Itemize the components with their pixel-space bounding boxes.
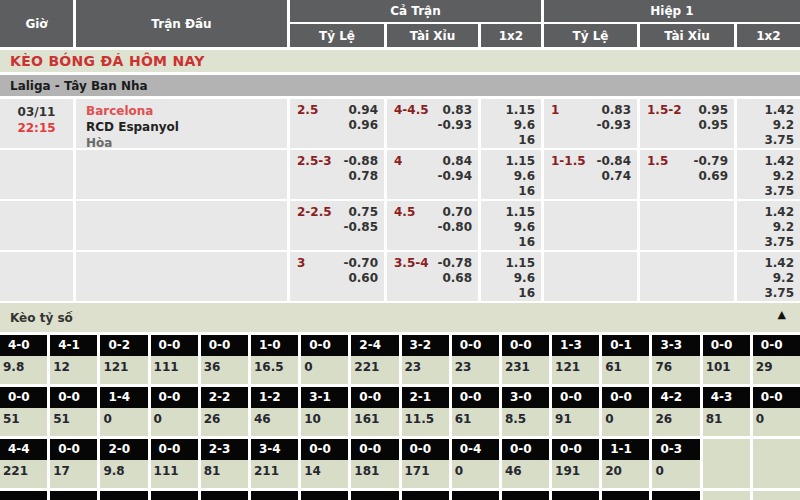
odds-cell-ft-overunder[interactable]: 40.84-0.94	[387, 150, 478, 199]
score-odds-cell[interactable]: 0-014	[301, 439, 348, 488]
odds-cell-ft-1x2[interactable]: 1.159.616	[481, 201, 541, 250]
score-odds-cell[interactable]: 1-120	[602, 439, 649, 488]
score-odds-cell[interactable]: 0-0111	[151, 439, 198, 488]
score-odds-cell[interactable]: 0-0101	[703, 335, 750, 384]
score-odds-cell[interactable]: 0-0111	[151, 335, 198, 384]
score-odds-cell[interactable]: 0-0191	[552, 439, 599, 488]
score-odds-cell[interactable]: 1-016.5	[251, 335, 298, 384]
header-time: Giờ	[0, 0, 73, 47]
score-odds-cell[interactable]	[552, 491, 599, 500]
odds-cell-ft-overunder[interactable]: 4.50.70-0.80	[387, 201, 478, 250]
score-odds-cell[interactable]	[151, 491, 198, 500]
draw-label: Hòa	[86, 135, 287, 148]
score-odds-cell[interactable]	[50, 491, 97, 500]
score-odds-cell[interactable]: 1-3121	[552, 335, 599, 384]
score-odds-cell[interactable]: 0-0231	[502, 335, 549, 384]
odds-cell-ft-1x2[interactable]: 1.159.616	[481, 150, 541, 199]
score-odds-cell[interactable]: 0-017	[50, 439, 97, 488]
score-odds-cell[interactable]: 1-40	[100, 387, 147, 436]
odds-cell-h1-handicap[interactable]: 1-1.5-0.840.74	[544, 150, 637, 199]
score-odds-cell[interactable]	[652, 491, 699, 500]
score-odds-cell[interactable]: 4-09.8	[0, 335, 47, 384]
score-odds-cell[interactable]: 0-40	[452, 439, 499, 488]
score-odds-cell[interactable]: 0-0171	[402, 439, 449, 488]
score-box: 0-0	[351, 439, 398, 460]
score-odds-cell[interactable]	[602, 491, 649, 500]
odds-value: 0.78	[343, 169, 378, 184]
odds-cell-h1-overunder[interactable]: 1.5-20.950.95	[640, 99, 734, 148]
score-odds-cell[interactable]: 0-046	[502, 439, 549, 488]
score-odds-cell[interactable]: 4-4221	[0, 439, 47, 488]
odds-cell-h1-1x2[interactable]: 1.429.23.75	[737, 252, 800, 301]
score-odds-cell[interactable]: 1-246	[251, 387, 298, 436]
score-odds-cell[interactable]: 0-029	[753, 335, 800, 384]
odds-cell-ft-handicap[interactable]: 3-0.700.60	[290, 252, 384, 301]
correct-score-section: Kèo tỷ số ▲ 4-09.84-1120-21210-01110-036…	[0, 303, 800, 500]
odds-cell-h1-handicap[interactable]: 10.83-0.93	[544, 99, 637, 148]
odds-cell-ft-overunder[interactable]: 4-4.50.83-0.93	[387, 99, 478, 148]
score-odds-cell[interactable]	[351, 491, 398, 500]
odds-cell-h1-1x2[interactable]: 1.429.23.75	[737, 99, 800, 148]
score-odds-cell[interactable]: 0-036	[201, 335, 248, 384]
odds-cell-ft-overunder[interactable]: 3.5-4-0.780.68	[387, 252, 478, 301]
score-odds-cell[interactable]	[502, 491, 549, 500]
score-odds-cell[interactable]: 4-226	[652, 387, 699, 436]
score-odds-cell[interactable]: 2-4221	[351, 335, 398, 384]
score-odds-cell[interactable]: 0-00	[602, 387, 649, 436]
odds-cell-ft-handicap[interactable]: 2.50.940.96	[290, 99, 384, 148]
score-odds-cell[interactable]: 2-09.8	[100, 439, 147, 488]
correct-score-title: Kèo tỷ số	[10, 311, 73, 325]
score-odds-cell[interactable]: 0-091	[552, 387, 599, 436]
score-odds-cell[interactable]	[251, 491, 298, 500]
score-odds-cell[interactable]: 0-0161	[351, 387, 398, 436]
score-odds-cell[interactable]: 0-023	[452, 335, 499, 384]
odds-cell-h1-overunder[interactable]: 1.5-0.790.69	[640, 150, 734, 199]
score-odds-cell[interactable]: 4-112	[50, 335, 97, 384]
score-odds-cell[interactable]: 3-110	[301, 387, 348, 436]
score-odds-cell[interactable]: 0-00	[301, 335, 348, 384]
score-odds-cell[interactable]	[0, 491, 47, 500]
score-odds-cell[interactable]: 2-226	[201, 387, 248, 436]
team-away-name: RCD Espanyol	[86, 119, 287, 135]
score-odds-cell[interactable]: 3-376	[652, 335, 699, 384]
collapse-arrow-icon[interactable]: ▲	[778, 308, 786, 321]
score-odds-cell[interactable]: 0-00	[151, 387, 198, 436]
score-odds-cell[interactable]: 0-061	[452, 387, 499, 436]
odds-value: 1.42	[764, 154, 794, 169]
score-odds-cell[interactable]: 2-111.5	[402, 387, 449, 436]
odds-cell-ft-handicap[interactable]: 2.5-3-0.880.78	[290, 150, 384, 199]
score-box: 0-0	[50, 439, 97, 460]
score-odds-value: 12	[50, 356, 97, 374]
header-full-time-group: Cả Trận	[290, 0, 541, 22]
score-odds-cell[interactable]: 0-0181	[351, 439, 398, 488]
match-teams-cell	[76, 150, 287, 199]
score-odds-cell[interactable]	[100, 491, 147, 500]
score-odds-cell[interactable]: 3-4211	[251, 439, 298, 488]
score-odds-cell[interactable]: 3-08.5	[502, 387, 549, 436]
odds-cell-h1-1x2[interactable]: 1.429.23.75	[737, 150, 800, 199]
odds-value: 0.70	[437, 205, 472, 220]
score-odds-cell[interactable]: 0-30	[652, 439, 699, 488]
score-box	[301, 491, 348, 500]
score-odds-cell[interactable]: 3-223	[402, 335, 449, 384]
score-odds-cell[interactable]: 4-381	[703, 387, 750, 436]
score-odds-value: 10	[301, 408, 348, 426]
odds-cell-ft-handicap[interactable]: 2-2.50.75-0.85	[290, 201, 384, 250]
match-teams-cell	[76, 201, 287, 250]
odds-cell-ft-1x2[interactable]: 1.159.616	[481, 99, 541, 148]
score-odds-cell[interactable]	[301, 491, 348, 500]
score-odds-cell[interactable]	[452, 491, 499, 500]
score-odds-cell[interactable]: 0-051	[0, 387, 47, 436]
odds-cell-ft-1x2[interactable]: 1.159.616	[481, 252, 541, 301]
score-odds-cell[interactable]	[201, 491, 248, 500]
odds-value: 16	[505, 235, 535, 250]
score-odds-cell[interactable]: 0-051	[50, 387, 97, 436]
odds-value: 0.83	[596, 103, 631, 118]
score-odds-cell[interactable]	[402, 491, 449, 500]
score-odds-cell[interactable]: 0-00	[753, 387, 800, 436]
score-odds-cell[interactable]: 0-2121	[100, 335, 147, 384]
score-odds-cell[interactable]: 0-161	[602, 335, 649, 384]
score-odds-value: 161	[351, 408, 398, 426]
score-odds-cell[interactable]: 2-381	[201, 439, 248, 488]
odds-cell-h1-1x2[interactable]: 1.429.23.75	[737, 201, 800, 250]
